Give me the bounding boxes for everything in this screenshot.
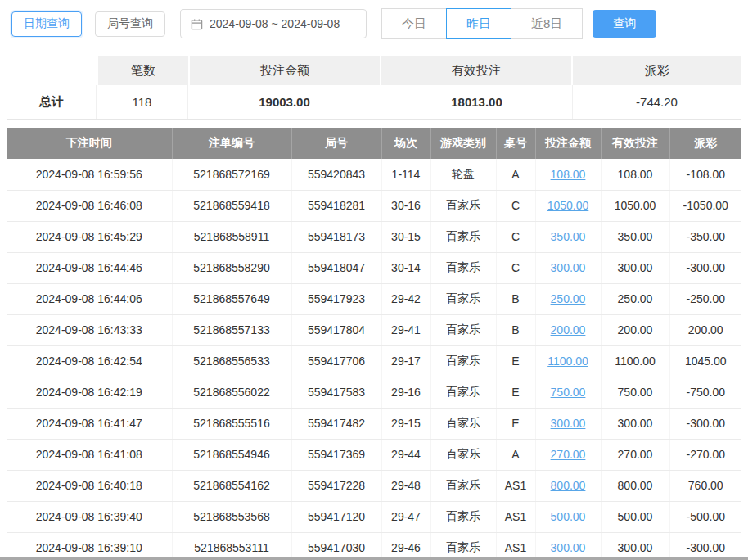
game-type-cell: 百家乐 xyxy=(430,252,496,283)
table-no-cell: E xyxy=(496,377,535,408)
session-cell: 30-14 xyxy=(381,252,430,283)
bet-amount-link[interactable]: 1100.00 xyxy=(547,355,588,368)
table-row: 2024-09-08 16:46:08521868559418559418281… xyxy=(7,190,741,221)
bet-id-cell: 521868554946 xyxy=(172,439,291,470)
bet-id-cell: 521868557133 xyxy=(172,314,291,345)
round-id-cell: 559418281 xyxy=(291,190,381,221)
payout-cell: -270.00 xyxy=(669,439,741,470)
game-type-cell: 百家乐 xyxy=(430,221,496,252)
table-row: 2024-09-08 16:59:56521868572169559420843… xyxy=(7,159,741,190)
valid-bet-cell: 250.00 xyxy=(601,283,669,314)
round-id-cell: 559417706 xyxy=(291,345,381,377)
table-row: 2024-09-08 16:43:33521868557133559417804… xyxy=(7,314,741,345)
game-type-cell: 百家乐 xyxy=(430,439,496,470)
round-id-cell: 559417120 xyxy=(291,501,381,532)
bet-amount-link[interactable]: 300.00 xyxy=(551,541,586,554)
payout-cell: 200.00 xyxy=(669,314,741,345)
session-cell: 29-41 xyxy=(381,314,430,345)
summary-table: 笔数 投注金额 有效投注 派彩 总计 118 19003.00 18013.00… xyxy=(7,56,741,120)
game-type-cell: 百家乐 xyxy=(430,190,496,221)
bet-time-cell: 2024-09-08 16:40:18 xyxy=(7,470,172,501)
game-type-cell: 百家乐 xyxy=(430,532,496,560)
query-button[interactable]: 查询 xyxy=(593,10,656,38)
valid-bet-cell: 270.00 xyxy=(601,439,669,470)
bet-amount-link[interactable]: 300.00 xyxy=(551,261,586,274)
summary-header-payout: 派彩 xyxy=(573,56,741,85)
col-header-table-no: 桌号 xyxy=(496,128,535,159)
bet-amount-cell: 300.00 xyxy=(535,532,601,560)
session-cell: 29-15 xyxy=(381,408,430,439)
table-no-cell: C xyxy=(496,221,535,252)
round-query-tab[interactable]: 局号查询 xyxy=(95,11,165,37)
bet-amount-link[interactable]: 500.00 xyxy=(551,510,586,523)
bet-time-cell: 2024-09-08 16:44:06 xyxy=(7,283,172,314)
table-row: 2024-09-08 16:41:08521868554946559417369… xyxy=(7,439,741,470)
bet-amount-link[interactable]: 250.00 xyxy=(551,292,586,305)
last8days-button[interactable]: 近8日 xyxy=(511,8,583,39)
bet-amount-link[interactable]: 800.00 xyxy=(551,479,586,492)
game-type-cell: 百家乐 xyxy=(430,501,496,532)
bet-time-cell: 2024-09-08 16:43:33 xyxy=(7,314,172,345)
col-header-bet-id: 注单编号 xyxy=(172,128,291,159)
session-cell: 29-47 xyxy=(381,501,430,532)
payout-cell: 1045.00 xyxy=(669,345,741,377)
table-row: 2024-09-08 16:41:47521868555516559417482… xyxy=(7,408,741,439)
game-type-cell: 百家乐 xyxy=(430,345,496,377)
payout-cell: -500.00 xyxy=(669,501,741,532)
bet-amount-link[interactable]: 1050.00 xyxy=(547,199,589,212)
table-no-cell: AS1 xyxy=(496,470,535,501)
bet-id-cell: 521868556022 xyxy=(172,377,291,408)
payout-cell: -350.00 xyxy=(669,221,741,252)
col-header-round-id: 局号 xyxy=(291,128,381,159)
table-no-cell: C xyxy=(496,252,535,283)
payout-cell: -1050.00 xyxy=(669,190,741,221)
valid-bet-cell: 1100.00 xyxy=(601,345,669,377)
date-query-tab[interactable]: 日期查询 xyxy=(11,11,82,37)
payout-cell: -108.00 xyxy=(669,159,741,190)
valid-bet-cell: 500.00 xyxy=(601,501,669,532)
bet-amount-cell: 300.00 xyxy=(535,408,601,439)
table-row: 2024-09-08 16:42:19521868556022559417583… xyxy=(7,377,741,408)
summary-total-payout: -744.20 xyxy=(573,85,741,119)
round-id-cell: 559418047 xyxy=(291,252,381,283)
table-no-cell: A xyxy=(496,439,535,470)
bet-amount-link[interactable]: 270.00 xyxy=(551,448,586,461)
payout-cell: -300.00 xyxy=(669,408,741,439)
bet-amount-link[interactable]: 350.00 xyxy=(551,230,586,243)
session-cell: 29-44 xyxy=(381,439,430,470)
table-no-cell: B xyxy=(496,314,535,345)
bet-amount-link[interactable]: 300.00 xyxy=(551,417,586,430)
bet-amount-link[interactable]: 750.00 xyxy=(551,386,586,399)
table-no-cell: AS1 xyxy=(496,501,535,532)
bet-amount-link[interactable]: 200.00 xyxy=(551,323,586,336)
valid-bet-cell: 800.00 xyxy=(601,470,669,501)
valid-bet-cell: 300.00 xyxy=(601,252,669,283)
table-header-row: 下注时间 注单编号 局号 场次 游戏类别 桌号 投注金额 有效投注 派彩 xyxy=(7,128,741,159)
valid-bet-cell: 750.00 xyxy=(601,377,669,408)
table-row: 2024-09-08 16:40:18521868554162559417228… xyxy=(7,470,741,501)
game-type-cell: 轮盘 xyxy=(430,159,496,190)
table-row: 2024-09-08 16:44:06521868557649559417923… xyxy=(7,283,741,314)
bet-amount-cell: 750.00 xyxy=(535,377,601,408)
valid-bet-cell: 350.00 xyxy=(601,221,669,252)
horizontal-scrollbar[interactable] xyxy=(0,557,748,560)
summary-header-row: 笔数 投注金额 有效投注 派彩 xyxy=(7,56,741,85)
round-id-cell: 559417369 xyxy=(291,439,381,470)
round-id-cell: 559417228 xyxy=(291,470,381,501)
game-type-cell: 百家乐 xyxy=(430,408,496,439)
payout-cell: 760.00 xyxy=(669,470,741,501)
date-range-value: 2024-09-08 ~ 2024-09-08 xyxy=(210,17,340,30)
yesterday-button[interactable]: 昨日 xyxy=(446,8,511,39)
game-type-cell: 百家乐 xyxy=(430,470,496,501)
bet-id-cell: 521868553568 xyxy=(172,501,291,532)
date-range-input[interactable]: 2024-09-08 ~ 2024-09-08 xyxy=(180,9,367,38)
col-header-bet-time: 下注时间 xyxy=(7,128,172,159)
table-row: 2024-09-08 16:42:54521868556533559417706… xyxy=(7,345,741,377)
today-button[interactable]: 今日 xyxy=(381,8,447,39)
bet-amount-link[interactable]: 108.00 xyxy=(551,168,586,181)
valid-bet-cell: 108.00 xyxy=(601,159,669,190)
bet-id-cell: 521868572169 xyxy=(172,159,291,190)
bet-time-cell: 2024-09-08 16:59:56 xyxy=(7,159,172,190)
session-cell: 1-114 xyxy=(381,159,430,190)
summary-header-valid: 有效投注 xyxy=(381,56,571,85)
